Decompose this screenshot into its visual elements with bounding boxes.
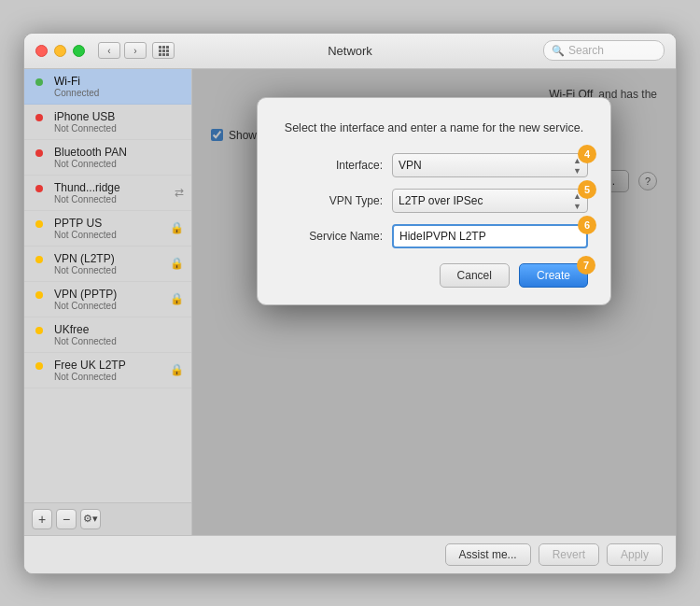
step-badge-5: 5 xyxy=(578,180,596,199)
sidebar-item-status: Connected xyxy=(54,88,182,98)
revert-button[interactable]: Revert xyxy=(539,543,599,566)
traffic-lights xyxy=(35,45,85,57)
step-badge-6: 6 xyxy=(578,216,596,234)
window-title: Network xyxy=(328,44,372,58)
vpn-type-label: VPN Type: xyxy=(280,194,383,207)
sidebar-item-thunderidge[interactable]: Thund...ridge Not Connected ⇄ xyxy=(24,176,191,211)
main-panel: Wi-Fi Off and has the Show Wi-Fi status … xyxy=(192,69,676,535)
status-dot-green xyxy=(35,78,43,86)
modal-overlay: Select the interface and enter a name fo… xyxy=(192,69,676,535)
add-service-button[interactable]: + xyxy=(32,509,52,529)
sidebar-item-name: iPhone USB xyxy=(54,110,182,123)
status-dot-yellow xyxy=(35,291,43,299)
status-dot-yellow xyxy=(35,362,43,370)
create-button-label: Create xyxy=(537,269,570,282)
sidebar-item-name: Bluetooth PAN xyxy=(54,146,182,159)
modal-title: Select the interface and enter a name fo… xyxy=(280,120,588,137)
sidebar-item-name: Free UK L2TP xyxy=(54,359,182,372)
status-dot-yellow xyxy=(35,256,43,263)
remove-service-button[interactable]: − xyxy=(56,509,77,529)
sidebar-item-status: Not Connected xyxy=(54,123,182,134)
status-dot-yellow xyxy=(35,220,43,228)
nav-buttons: ‹ › xyxy=(98,42,147,59)
sidebar-item-vpn-l2tp[interactable]: VPN (L2TP) Not Connected 🔒 xyxy=(24,247,191,282)
sidebar-item-vpn-pptp[interactable]: VPN (PPTP) Not Connected 🔒 xyxy=(24,282,191,317)
lock-icon: 🔒 xyxy=(170,292,184,305)
content-area: Wi-Fi Connected iPhone USB Not Connected… xyxy=(24,69,676,535)
sidebar-item-pptp-us[interactable]: PPTP US Not Connected 🔒 xyxy=(24,211,191,247)
bottom-bar: Assist me... Revert Apply xyxy=(24,535,676,573)
lock-icon: 🔒 xyxy=(170,221,184,234)
service-name-container: HideIPVPN L2TP 6 xyxy=(392,224,588,248)
sidebar-item-bluetooth[interactable]: Bluetooth PAN Not Connected xyxy=(24,140,191,176)
sidebar-item-status: Not Connected xyxy=(54,336,182,346)
service-name-input[interactable]: HideIPVPN L2TP xyxy=(392,224,588,248)
main-window: ‹ › Network 🔍 Search Wi-Fi Connected xyxy=(23,33,677,574)
sidebar-item-wifi[interactable]: Wi-Fi Connected xyxy=(24,69,191,105)
vpn-type-select[interactable]: L2TP over IPSec ▲▼ xyxy=(392,189,588,213)
sidebar-item-name: Wi-Fi xyxy=(54,75,182,88)
settings-button[interactable]: ⚙▾ xyxy=(80,509,101,529)
status-dot-red xyxy=(35,114,43,121)
search-icon: 🔍 xyxy=(552,45,565,57)
sidebar-footer: + − ⚙▾ xyxy=(24,502,191,535)
maximize-button[interactable] xyxy=(73,45,85,57)
sidebar-item-name: Thund...ridge xyxy=(54,181,182,194)
sidebar-item-status: Not Connected xyxy=(54,194,182,204)
service-name-row: Service Name: HideIPVPN L2TP 6 xyxy=(280,224,588,248)
lock-icon: ⇄ xyxy=(175,186,184,199)
step-badge-7: 7 xyxy=(577,256,595,275)
interface-select[interactable]: VPN ▲▼ xyxy=(392,153,588,177)
sidebar-item-status: Not Connected xyxy=(54,265,182,275)
interface-row: Interface: VPN ▲▼ 4 xyxy=(280,153,588,177)
sidebar-item-ukfree[interactable]: UKfree Not Connected xyxy=(24,317,191,353)
search-placeholder: Search xyxy=(568,44,604,57)
service-name-value: HideIPVPN L2TP xyxy=(399,230,486,243)
interface-select-value: VPN xyxy=(399,159,422,172)
status-dot-yellow xyxy=(35,327,43,334)
sidebar-item-iphone-usb[interactable]: iPhone USB Not Connected xyxy=(24,105,191,140)
sidebar-item-status: Not Connected xyxy=(54,301,182,311)
vpn-type-select-container: L2TP over IPSec ▲▼ 5 xyxy=(392,189,588,213)
sidebar-item-name: UKfree xyxy=(54,323,182,336)
interface-select-container: VPN ▲▼ 4 xyxy=(392,153,588,177)
new-service-modal: Select the interface and enter a name fo… xyxy=(257,97,611,306)
step-badge-4: 4 xyxy=(578,145,596,163)
interface-label: Interface: xyxy=(280,159,383,172)
search-box[interactable]: 🔍 Search xyxy=(543,40,665,61)
grid-button[interactable] xyxy=(152,42,175,59)
sidebar-item-free-uk-l2tp[interactable]: Free UK L2TP Not Connected 🔒 xyxy=(24,353,191,388)
lock-icon: 🔒 xyxy=(170,257,184,270)
assist-button[interactable]: Assist me... xyxy=(445,543,531,566)
sidebar-item-status: Not Connected xyxy=(54,372,182,382)
sidebar-item-name: PPTP US xyxy=(54,217,182,230)
status-dot-red xyxy=(35,185,43,192)
lock-icon: 🔒 xyxy=(170,363,184,376)
title-bar: ‹ › Network 🔍 Search xyxy=(24,34,676,69)
sidebar: Wi-Fi Connected iPhone USB Not Connected… xyxy=(24,69,192,535)
vpn-type-row: VPN Type: L2TP over IPSec ▲▼ 5 xyxy=(280,189,588,213)
close-button[interactable] xyxy=(35,45,48,57)
status-dot-red xyxy=(35,149,43,157)
apply-button[interactable]: Apply xyxy=(607,543,663,566)
sidebar-item-name: VPN (L2TP) xyxy=(54,252,182,265)
service-name-label: Service Name: xyxy=(280,230,383,243)
back-button[interactable]: ‹ xyxy=(98,42,120,59)
sidebar-item-name: VPN (PPTP) xyxy=(54,288,182,301)
cancel-button[interactable]: Cancel xyxy=(440,263,510,288)
modal-buttons: Cancel Create 7 xyxy=(280,263,588,288)
sidebar-item-status: Not Connected xyxy=(54,159,182,169)
vpn-type-select-value: L2TP over IPSec xyxy=(399,194,483,207)
create-button-container: Create 7 xyxy=(519,263,588,288)
minimize-button[interactable] xyxy=(54,45,66,57)
sidebar-item-status: Not Connected xyxy=(54,230,182,240)
forward-button[interactable]: › xyxy=(124,42,147,59)
